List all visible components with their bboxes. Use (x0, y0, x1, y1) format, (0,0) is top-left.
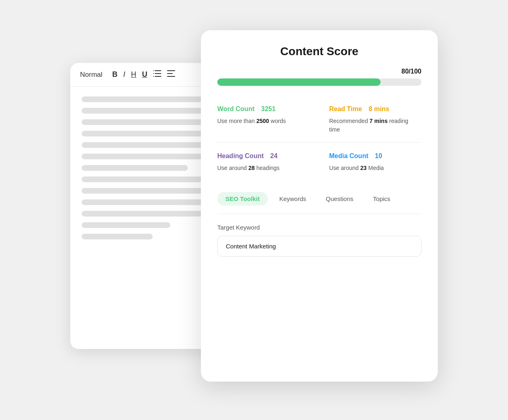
heading-count-cell: Heading Count 24 Use around 28 headings (217, 142, 319, 181)
svg-rect-6 (167, 70, 175, 71)
svg-rect-0 (155, 70, 161, 71)
editor-line (82, 234, 153, 239)
editor-line (82, 165, 188, 171)
heading-count-desc: Use around 28 headings (217, 164, 316, 172)
svg-rect-3 (153, 70, 154, 71)
metrics-grid: Word Count 3251 Use more than 2500 words… (217, 99, 421, 181)
media-count-value: 10 (375, 152, 382, 160)
media-count-label: Media Count (329, 152, 368, 160)
target-keyword-label: Target Keyword (217, 224, 421, 231)
bold-icon[interactable]: B (112, 70, 118, 79)
editor-line (82, 199, 206, 205)
word-count-label-row: Word Count 3251 (217, 105, 316, 113)
align-icon[interactable] (167, 70, 175, 79)
svg-rect-8 (167, 76, 175, 77)
svg-rect-1 (155, 73, 161, 74)
heading-icon[interactable]: H (131, 70, 136, 79)
svg-rect-7 (167, 73, 173, 74)
svg-rect-2 (155, 76, 161, 77)
list-icon[interactable] (153, 70, 161, 79)
target-keyword-section: Target Keyword (217, 224, 421, 257)
editor-line (82, 222, 170, 228)
word-count-value: 3251 (261, 105, 276, 113)
word-count-desc: Use more than 2500 words (217, 117, 316, 125)
read-time-label: Read Time (329, 105, 362, 113)
progress-bar-fill (217, 78, 381, 86)
score-card-title: Content Score (217, 45, 421, 58)
score-value: 80/100 (401, 68, 421, 75)
target-keyword-input[interactable] (217, 236, 421, 257)
progress-bar-background (217, 78, 421, 86)
tab-questions[interactable]: Questions (318, 192, 362, 206)
seo-tabs: SEO Toolkit Keywords Questions Topics (217, 192, 421, 214)
score-header: 80/100 (217, 68, 421, 75)
style-label: Normal (80, 71, 102, 79)
toolbar-icons: B I H U (112, 70, 175, 79)
heading-count-label: Heading Count (217, 152, 264, 160)
tab-topics[interactable]: Topics (365, 192, 399, 206)
heading-count-label-row: Heading Count 24 (217, 152, 316, 160)
media-count-cell: Media Count 10 Use around 23 Media (319, 142, 421, 181)
tab-seo-toolkit[interactable]: SEO Toolkit (217, 192, 268, 206)
word-count-label: Word Count (217, 105, 254, 113)
svg-rect-5 (153, 76, 154, 77)
tab-keywords[interactable]: Keywords (271, 192, 314, 206)
read-time-desc: Recommended 7 mins reading time (329, 117, 418, 134)
heading-count-value: 24 (270, 152, 278, 160)
score-card: Content Score 80/100 Word Count 3251 Use… (201, 30, 438, 382)
read-time-cell: Read Time 8 mins Recommended 7 mins read… (319, 99, 421, 142)
read-time-label-row: Read Time 8 mins (329, 105, 418, 113)
media-count-desc: Use around 23 Media (329, 164, 418, 172)
read-time-value: 8 mins (369, 105, 390, 113)
svg-rect-4 (153, 73, 154, 74)
word-count-cell: Word Count 3251 Use more than 2500 words (217, 99, 319, 142)
italic-icon[interactable]: I (123, 70, 125, 79)
underline-icon[interactable]: U (142, 70, 147, 79)
media-count-label-row: Media Count 10 (329, 152, 418, 160)
